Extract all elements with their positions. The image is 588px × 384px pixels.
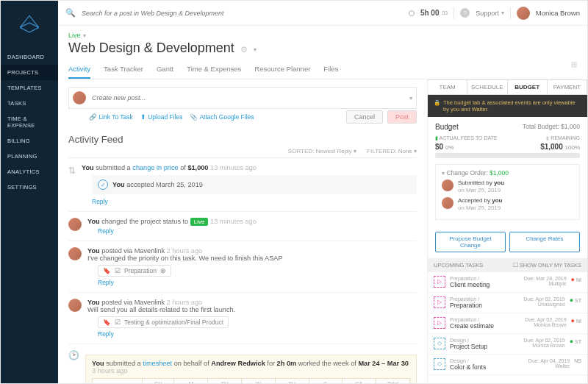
grid-icon[interactable]: ⊞ bbox=[571, 60, 577, 79]
nav-dashboard[interactable]: DASHBOARD bbox=[1, 49, 58, 65]
timer-icon[interactable] bbox=[409, 10, 415, 16]
reply-link[interactable]: Reply bbox=[92, 198, 417, 205]
task-name: Project Setup bbox=[450, 343, 519, 350]
cancel-button[interactable]: Cancel bbox=[346, 110, 383, 124]
feed-item: You posted via Mavenlink 2 hours ago Wil… bbox=[68, 293, 417, 344]
support-link[interactable]: Support ▾ bbox=[476, 10, 504, 17]
filtered-control[interactable]: FILTERED: None ▾ bbox=[367, 148, 417, 154]
rtab-schedule[interactable]: SCHEDULE bbox=[467, 79, 507, 95]
nav-time-expense[interactable]: TIME & EXPENSE bbox=[1, 111, 58, 133]
task-type-icon: ◇ bbox=[434, 338, 445, 349]
co-acc: Accepted by you bbox=[458, 197, 502, 204]
reorder-icon[interactable]: ⇅ bbox=[68, 166, 76, 176]
link-to-task[interactable]: 🔗 Link To Task bbox=[89, 113, 133, 121]
tab-files[interactable]: Files bbox=[323, 60, 338, 79]
task-due: Due: Apr 02, 2019 bbox=[523, 338, 564, 343]
user-name[interactable]: Monica Brown bbox=[536, 9, 580, 17]
chevron-down-icon: ▾ bbox=[354, 148, 356, 154]
task-list: ▷ Preparation /Client meeting Due: Mar 2… bbox=[428, 272, 587, 375]
co-avatar bbox=[442, 197, 453, 209]
tab-activity[interactable]: Activity bbox=[68, 60, 90, 79]
compose-avatar bbox=[73, 91, 86, 104]
task-type-icon: ▷ bbox=[434, 317, 445, 329]
topbar: 🔍 5h 0003 ? Support ▾ Monica Brown bbox=[58, 1, 587, 26]
tab-resource-planner[interactable]: Resource Planner bbox=[254, 60, 310, 79]
nav-planning[interactable]: PLANNING bbox=[1, 149, 58, 164]
upcoming-title: UPCOMING TASKS bbox=[434, 262, 483, 269]
search-input[interactable] bbox=[82, 10, 403, 17]
task-row[interactable]: ▷ Preparation /Client meeting Due: Mar 2… bbox=[428, 272, 587, 293]
user-avatar[interactable] bbox=[517, 7, 530, 20]
fees-label: ACTUAL FEES TO DATE bbox=[440, 135, 498, 141]
post-button[interactable]: Post bbox=[387, 110, 417, 124]
sorted-control[interactable]: SORTED: Newest Reply ▾ bbox=[288, 148, 356, 154]
page-header: Live ▾ Web Design & Development ⚙ ▾ Acti… bbox=[58, 26, 587, 79]
tab-gantt[interactable]: Gantt bbox=[157, 60, 173, 79]
warning-text: The budget tab & associated events are o… bbox=[443, 99, 581, 113]
task-tag[interactable]: 🔖 ☑ Testing & optimization/Final Product bbox=[98, 316, 229, 328]
rtab-team[interactable]: TEAM bbox=[428, 79, 467, 95]
nav-settings[interactable]: SETTINGS bbox=[1, 179, 58, 195]
project-status[interactable]: Live ▾ bbox=[68, 32, 577, 39]
task-category: Design / bbox=[450, 358, 524, 363]
gear-icon[interactable]: ⚙ bbox=[240, 45, 248, 54]
budget-remain-pct: 100% bbox=[565, 144, 580, 151]
compose-input[interactable] bbox=[92, 94, 404, 102]
show-mine-toggle[interactable]: ☐ SHOW ONLY MY TASKS bbox=[513, 262, 581, 269]
upload-label: Upload Files bbox=[148, 113, 182, 121]
chevron-down-icon: ▾ bbox=[83, 32, 86, 39]
task-row[interactable]: ▷ Preparation /Preparation Due: Apr 02, … bbox=[428, 293, 587, 313]
upload-files[interactable]: ⬆ Upload Files bbox=[140, 113, 183, 121]
task-category: Preparation / bbox=[450, 296, 519, 302]
task-tag[interactable]: 🔖 ☑ Preparation ⊗ bbox=[98, 265, 171, 277]
timesheet-link[interactable]: timesheet bbox=[143, 360, 172, 367]
reply-link[interactable]: Reply bbox=[98, 330, 417, 338]
tab-time-expenses[interactable]: Time & Expenses bbox=[187, 60, 241, 79]
co-amount: $1,000 bbox=[490, 169, 509, 177]
nav-analytics[interactable]: ANALYTICS bbox=[1, 164, 58, 179]
task-type-icon: ▷ bbox=[434, 296, 445, 308]
nav-templates[interactable]: TEMPLATES bbox=[1, 80, 58, 96]
main: 🔍 5h 0003 ? Support ▾ Monica Brown Live … bbox=[58, 1, 587, 383]
budget-pct: 0% bbox=[445, 144, 454, 151]
reply-link[interactable]: Reply bbox=[98, 227, 417, 235]
progress-bar bbox=[435, 153, 580, 158]
compose-expand-icon[interactable]: ▾ bbox=[409, 95, 412, 102]
task-row[interactable]: ◇ Design /Project Setup Due: Apr 02, 201… bbox=[428, 334, 587, 355]
task-assignee: Monica Brown bbox=[525, 322, 566, 327]
task-row[interactable]: ▷ Preparation /Create estimate Due: Apr … bbox=[428, 313, 587, 334]
task-name: Preparation bbox=[450, 302, 519, 309]
task-due: Due: Mar 28, 2019 bbox=[524, 276, 567, 281]
change-rates-button[interactable]: Change Rates bbox=[509, 232, 580, 252]
task-assignee: Unassigned bbox=[523, 302, 564, 307]
attach-google[interactable]: 📎 Attach Google Files bbox=[190, 113, 254, 121]
task-due: Due: Apr 04, 2019 bbox=[528, 358, 570, 363]
project-tabs: Activity Task Tracker Gantt Time & Expen… bbox=[68, 60, 577, 79]
task-assignee: Walter bbox=[528, 363, 570, 369]
clock-icon: 🕑 bbox=[68, 350, 79, 360]
chevron-down-icon[interactable]: ▾ bbox=[442, 170, 445, 177]
status-pill: Live bbox=[190, 218, 209, 226]
budget-title: Budget bbox=[435, 123, 459, 131]
nav-tasks[interactable]: TASKS bbox=[1, 96, 58, 111]
task-row[interactable]: ◇ Design /Color & fonts Due: Apr 04, 201… bbox=[428, 355, 587, 375]
timer: 5h 0003 bbox=[420, 9, 448, 17]
rtab-payment[interactable]: PAYMENT bbox=[548, 79, 587, 95]
chevron-down-icon: ▾ bbox=[501, 10, 504, 16]
rtab-budget[interactable]: BUDGET bbox=[508, 79, 548, 95]
task-assignee: Multiple bbox=[524, 281, 567, 286]
nav-billing[interactable]: BILLING bbox=[1, 133, 58, 149]
remain-label: REMAINING bbox=[551, 135, 580, 141]
timer-sec: 03 bbox=[442, 10, 448, 15]
tag-icon: 🔖 bbox=[103, 319, 111, 326]
right-tabs: TEAM SCHEDULE BUDGET PAYMENT bbox=[428, 79, 587, 95]
tab-task-tracker[interactable]: Task Tracker bbox=[104, 60, 143, 79]
chevron-down-icon[interactable]: ▾ bbox=[254, 46, 257, 53]
chevron-down-icon: ▾ bbox=[414, 148, 417, 154]
reply-link[interactable]: Reply bbox=[98, 279, 417, 286]
accept-box: ✓ You accepted March 25, 2019 bbox=[92, 175, 417, 194]
propose-budget-button[interactable]: Propose Budget Change bbox=[435, 232, 506, 252]
timer-main: 5h 00 bbox=[420, 9, 440, 17]
help-icon[interactable]: ? bbox=[460, 8, 470, 18]
nav-projects[interactable]: PROJECTS bbox=[1, 65, 58, 80]
